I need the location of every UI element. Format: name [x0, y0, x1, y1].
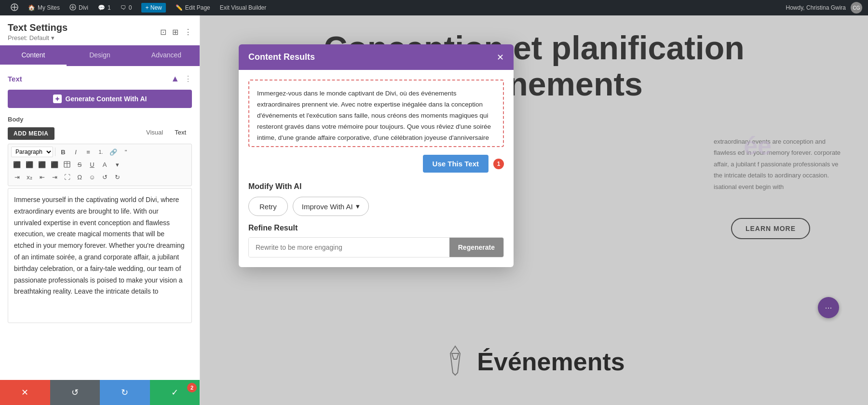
panel-title: Text Settings: [8, 22, 68, 33]
modal-body: Immergez-vous dans le monde captivant de…: [239, 70, 514, 267]
bold-button[interactable]: B: [57, 146, 69, 158]
my-sites-item[interactable]: 🏠 My Sites: [23, 0, 65, 15]
add-media-button[interactable]: ADD MEDIA: [8, 127, 54, 140]
quote-button[interactable]: ": [120, 146, 132, 158]
refine-label: Refine Result: [248, 224, 504, 232]
edit-page-item[interactable]: ✏️ Edit Page: [171, 0, 215, 15]
retry-button[interactable]: Retry: [248, 197, 288, 216]
tab-advanced[interactable]: Advanced: [133, 45, 200, 66]
save-badge: 2: [187, 383, 197, 392]
redo-button[interactable]: ↻: [100, 380, 150, 405]
subscript-button[interactable]: x₂: [24, 171, 35, 183]
table-button[interactable]: [61, 159, 73, 170]
editor-toolbar: Paragraph B I ≡ 1. 🔗 " ⬛ ⬛ ⬛ ⬛: [8, 144, 192, 186]
divi-item[interactable]: Divi: [65, 0, 93, 15]
special-char-button[interactable]: Ω: [74, 171, 85, 183]
use-text-area: Use This Text 1: [248, 155, 504, 173]
left-panel: Text Settings Preset: Default ▾ ⊡ ⊞ ⋮ Co…: [0, 15, 200, 405]
editor-tabs: Visual Text: [140, 127, 192, 138]
tab-content[interactable]: Content: [0, 45, 67, 66]
refine-input-row: Regenerate: [248, 237, 504, 257]
indent-left-button[interactable]: ⇥: [49, 171, 60, 183]
undo-icon: ↺: [71, 387, 79, 398]
close-button[interactable]: ✕: [0, 380, 50, 405]
regenerate-button[interactable]: Regenerate: [449, 238, 503, 257]
align-right-button[interactable]: ⬛: [36, 159, 48, 170]
tab-design[interactable]: Design: [67, 45, 133, 66]
align-justify-button[interactable]: ⬛: [49, 159, 60, 170]
italic-button[interactable]: I: [70, 146, 81, 158]
paragraph-select[interactable]: Paragraph: [11, 147, 53, 157]
align-center-button[interactable]: ⬛: [24, 159, 35, 170]
panel-icon-square[interactable]: ⊡: [160, 27, 166, 37]
panel-tabs: Content Design Advanced: [0, 45, 200, 66]
underline-button[interactable]: U: [86, 159, 98, 170]
new-item[interactable]: + New: [136, 0, 170, 15]
howdy-text: Howdy, Christina Gwira: [781, 4, 851, 11]
divi-icon: [69, 4, 76, 12]
use-this-text-button[interactable]: Use This Text: [423, 155, 488, 173]
panel-icon-grid[interactable]: ⊞: [172, 27, 178, 37]
strikethrough-button[interactable]: S: [74, 159, 85, 170]
undo-toolbar-button[interactable]: ↺: [99, 171, 110, 183]
bottom-bar: ✕ ↺ ↻ ✓ 2: [0, 380, 200, 405]
section-more[interactable]: ⋮: [184, 74, 192, 83]
modal-header: Content Results ✕: [239, 44, 514, 70]
chevron-down-icon: ▾: [356, 202, 360, 211]
text-section-header: Text ▲ ⋮: [8, 74, 192, 84]
edit-icon: ✏️: [176, 4, 183, 11]
comments-item[interactable]: 💬 1: [93, 0, 116, 15]
content-results-modal: Content Results ✕ Immergez-vous dans le …: [239, 44, 514, 267]
comments-count-item[interactable]: 🗨 0: [116, 0, 137, 15]
canvas-area: Conception et planification d'événements…: [200, 15, 868, 405]
fullscreen-button[interactable]: ⛶: [61, 171, 73, 183]
home-icon: 🏠: [28, 4, 35, 11]
modal-overlay: Content Results ✕ Immergez-vous dans le …: [200, 15, 868, 405]
link-button[interactable]: 🔗: [108, 146, 119, 158]
exit-builder-item[interactable]: Exit Visual Builder: [215, 0, 271, 15]
generated-text-box[interactable]: Immergez-vous dans le monde captivant de…: [248, 80, 504, 147]
unordered-list-button[interactable]: ≡: [82, 146, 94, 158]
align-left-button[interactable]: ⬛: [11, 159, 23, 170]
modify-label: Modify With AI: [248, 182, 504, 191]
refine-result-section: Refine Result Regenerate: [248, 224, 504, 257]
close-icon: ✕: [21, 387, 28, 398]
tab-text[interactable]: Text: [169, 127, 192, 138]
ai-icon: [53, 94, 62, 103]
generate-ai-button[interactable]: Generate Content With AI: [8, 90, 192, 108]
refine-input[interactable]: [249, 238, 449, 257]
speech-bubble-icon: 💬: [98, 4, 105, 11]
editor-content[interactable]: Immerse yourself in the captivating worl…: [8, 188, 192, 323]
wp-logo-item[interactable]: [6, 0, 23, 15]
redo-toolbar-button[interactable]: ↻: [111, 171, 123, 183]
modify-buttons: Retry Improve With AI ▾: [248, 197, 504, 216]
avatar: CG: [851, 2, 862, 14]
admin-bar: 🏠 My Sites Divi 💬 1 🗨 0 + New ✏️ Edit Pa…: [0, 0, 868, 15]
section-title: Text: [8, 75, 22, 83]
save-button[interactable]: ✓ 2: [150, 380, 200, 405]
use-text-badge: 1: [493, 159, 504, 169]
body-label: Body: [8, 116, 192, 123]
ordered-list-button[interactable]: 1.: [95, 146, 107, 158]
section-toggle[interactable]: ▲: [171, 74, 179, 84]
panel-icon-more[interactable]: ⋮: [184, 27, 192, 37]
tab-visual[interactable]: Visual: [140, 127, 169, 138]
improve-with-ai-button[interactable]: Improve With AI ▾: [293, 197, 369, 216]
panel-preset: Preset: Default ▾: [8, 34, 68, 41]
indent-button[interactable]: ⇥: [11, 171, 23, 183]
panel-content: Text ▲ ⋮ Generate Content With AI Body A…: [0, 66, 200, 380]
panel-header: Text Settings Preset: Default ▾ ⊡ ⊞ ⋮: [0, 15, 200, 45]
comment-icon: 🗨: [121, 4, 126, 11]
redo-icon: ↻: [121, 387, 128, 398]
emoji-button[interactable]: ☺: [86, 171, 98, 183]
chevron-down-toolbar[interactable]: ▾: [111, 159, 123, 170]
modal-title: Content Results: [248, 52, 315, 62]
text-color-button[interactable]: A: [99, 159, 110, 170]
modify-with-ai-section: Modify With AI Retry Improve With AI ▾: [248, 182, 504, 216]
modal-close-button[interactable]: ✕: [497, 53, 504, 62]
wp-icon: [11, 3, 18, 13]
indent-right-button[interactable]: ⇤: [36, 171, 48, 183]
undo-button[interactable]: ↺: [50, 380, 100, 405]
save-icon: ✓: [171, 387, 178, 398]
